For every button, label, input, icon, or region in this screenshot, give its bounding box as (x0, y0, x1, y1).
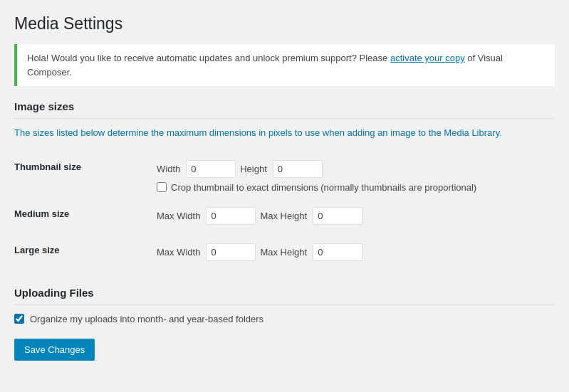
medium-dimensions: Max Width Max Height (157, 207, 555, 225)
medium-max-height-label: Max Height (260, 211, 307, 221)
notice-text-before: Hola! Would you like to receive automati… (27, 53, 390, 63)
thumbnail-height-input[interactable] (273, 160, 323, 178)
uploading-section-title: Uploading Files (14, 287, 555, 305)
large-fields: Max Width Max Height (157, 236, 555, 272)
large-label: Large size (14, 236, 157, 272)
crop-row: Crop thumbnail to exact dimensions (norm… (157, 182, 555, 193)
page-title: Media Settings (14, 14, 555, 33)
crop-label: Crop thumbnail to exact dimensions (norm… (171, 182, 476, 193)
medium-label: Medium size (14, 200, 157, 236)
uploads-check-row: Organize my uploads into month- and year… (14, 314, 555, 324)
large-width-input[interactable] (206, 243, 256, 261)
thumbnail-row: Thumbnail size Width Height Crop thumbna… (14, 153, 555, 200)
medium-max-width-label: Max Width (157, 211, 200, 221)
thumbnail-width-label: Width (157, 164, 180, 174)
large-max-width-label: Max Width (157, 247, 200, 258)
large-height-input[interactable] (313, 243, 362, 261)
notice-bar: Hola! Would you like to receive automati… (14, 44, 555, 86)
image-sizes-description: The sizes listed below determine the max… (14, 126, 555, 140)
large-dimensions: Max Width Max Height (157, 243, 555, 261)
activate-link[interactable]: activate your copy (390, 53, 465, 63)
uploading-section: Uploading Files Organize my uploads into… (14, 287, 555, 324)
thumbnail-dimensions: Width Height (157, 160, 555, 178)
large-row: Large size Max Width Max Height (14, 236, 555, 272)
organize-uploads-checkbox[interactable] (14, 314, 24, 324)
large-max-height-label: Max Height (260, 247, 307, 258)
medium-fields: Max Width Max Height (157, 200, 555, 236)
medium-row: Medium size Max Width Max Height (14, 200, 555, 236)
medium-height-input[interactable] (313, 207, 362, 225)
medium-width-input[interactable] (206, 207, 256, 225)
image-sizes-section-title: Image sizes (14, 100, 555, 119)
page-wrap: Media Settings Hola! Would you like to r… (0, 0, 569, 392)
image-sizes-table: Thumbnail size Width Height Crop thumbna… (14, 153, 555, 272)
crop-checkbox[interactable] (157, 182, 167, 192)
thumbnail-label: Thumbnail size (14, 153, 157, 200)
thumbnail-height-label: Height (240, 164, 267, 174)
save-changes-button[interactable]: Save Changes (14, 339, 95, 361)
thumbnail-fields: Width Height Crop thumbnail to exact dim… (157, 153, 555, 200)
thumbnail-width-input[interactable] (186, 160, 236, 178)
organize-uploads-label: Organize my uploads into month- and year… (30, 314, 263, 324)
